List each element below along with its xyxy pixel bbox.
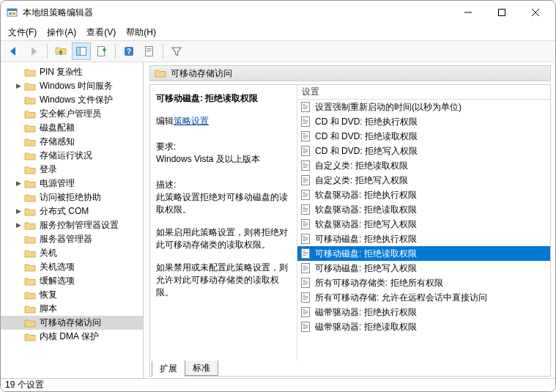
folder-icon <box>24 67 36 78</box>
content-header: 可移动存储访问 <box>149 65 551 81</box>
setting-row[interactable]: 磁带驱动器: 拒绝执行权限 <box>297 305 550 319</box>
setting-row[interactable]: 设置强制重新启动的时间(以秒为单位) <box>297 100 550 114</box>
tree-item[interactable]: ▶Windows 时间服务 <box>1 79 143 93</box>
toolbar-sep <box>115 44 116 59</box>
tree-item[interactable]: 访问被拒绝协助 <box>1 191 143 204</box>
tree-item-label: 电源管理 <box>40 177 75 190</box>
menu-bar: 文件(F) 操作(A) 查看(V) 帮助(H) <box>1 24 555 40</box>
setting-label: 可移动磁盘: 拒绝写入权限 <box>315 262 417 275</box>
setting-list[interactable]: 设置强制重新启动的时间(以秒为单位)CD 和 DVD: 拒绝执行权限CD 和 D… <box>297 100 550 360</box>
folder-icon <box>24 123 36 133</box>
toolbar-sep <box>47 44 48 59</box>
tree-item[interactable]: 存储感知 <box>1 135 143 149</box>
selected-policy-title: 可移动磁盘: 拒绝读取权限 <box>156 92 291 105</box>
tab-standard[interactable]: 标准 <box>185 360 218 376</box>
expander-icon[interactable]: ▶ <box>14 221 23 230</box>
tree-item[interactable]: ▶服务控制管理器设置 <box>1 218 143 232</box>
up-button[interactable] <box>51 42 70 60</box>
setting-row[interactable]: 软盘驱动器: 拒绝读取权限 <box>297 202 550 217</box>
tree-item[interactable]: ▶电源管理 <box>1 177 143 191</box>
setting-row[interactable]: 所有可移动存储类: 拒绝所有权限 <box>297 275 550 290</box>
setting-label: 设置强制重新启动的时间(以秒为单位) <box>315 101 462 114</box>
close-button[interactable] <box>519 1 552 23</box>
tree-pane[interactable]: PIN 复杂性▶Windows 时间服务Windows 文件保护安全帐户管理员磁… <box>1 62 144 378</box>
expander-icon[interactable]: ▶ <box>14 82 23 91</box>
back-button[interactable] <box>4 42 23 60</box>
tree-item[interactable]: 内核 DMA 保护 <box>1 330 143 344</box>
window: 本地组策略编辑器 文件(F) 操作(A) 查看(V) 帮助(H) ? PIN 复… <box>0 0 556 392</box>
tree-item-label: Windows 时间服务 <box>40 80 113 92</box>
setting-row[interactable]: 软盘驱动器: 拒绝执行权限 <box>297 188 550 202</box>
folder-icon <box>24 234 36 245</box>
content-pane: 可移动存储访问 可移动磁盘: 拒绝读取权限 编辑策略设置 要求: Windows… <box>144 62 555 378</box>
properties-button[interactable] <box>140 42 159 60</box>
setting-row[interactable]: 所有可移动存储: 允许在远程会话中直接访问 <box>297 290 550 305</box>
tree-item[interactable]: 关机选项 <box>1 260 143 274</box>
setting-label: 软盘驱动器: 拒绝执行权限 <box>315 189 417 201</box>
expander-icon[interactable]: ▶ <box>14 180 23 188</box>
description-p1: 此策略设置拒绝对可移动磁盘的读取权限。 <box>156 191 291 216</box>
title-bar: 本地组策略编辑器 <box>1 1 555 24</box>
tree-item[interactable]: 可移动存储访问 <box>1 316 143 330</box>
svg-rect-16 <box>147 48 152 49</box>
tree-item-label: 磁盘配额 <box>40 122 75 134</box>
tree-item[interactable]: 缓解选项 <box>1 274 143 288</box>
tree-item[interactable]: 安全帐户管理员 <box>1 107 143 121</box>
forward-button[interactable] <box>24 42 43 60</box>
tree-item[interactable]: 关机 <box>1 246 143 260</box>
setting-row[interactable]: CD 和 DVD: 拒绝读取权限 <box>297 129 550 144</box>
setting-list-column: 设置 设置强制重新启动的时间(以秒为单位)CD 和 DVD: 拒绝执行权限CD … <box>297 85 550 360</box>
filter-button[interactable] <box>167 42 186 60</box>
tree-item[interactable]: Windows 文件保护 <box>1 93 143 107</box>
show-tree-button[interactable] <box>72 42 91 60</box>
setting-label: 所有可移动存储: 允许在远程会话中直接访问 <box>315 292 487 304</box>
maximize-button[interactable] <box>485 1 519 23</box>
setting-list-header[interactable]: 设置 <box>297 85 550 100</box>
tree-item[interactable]: 登录 <box>1 163 143 177</box>
setting-row[interactable]: 软盘驱动器: 拒绝写入权限 <box>297 217 550 232</box>
setting-row[interactable]: CD 和 DVD: 拒绝写入权限 <box>297 144 550 158</box>
folder-icon <box>24 276 36 286</box>
help-button[interactable]: ? <box>119 42 138 60</box>
setting-row[interactable]: 可移动磁盘: 拒绝读取权限 <box>297 246 550 261</box>
tree-item[interactable]: 存储运行状况 <box>1 149 143 163</box>
tree-item-label: 访问被拒绝协助 <box>40 191 101 204</box>
setting-row[interactable]: 可移动磁盘: 拒绝写入权限 <box>297 261 550 275</box>
edit-policy-link[interactable]: 策略设置 <box>174 116 209 126</box>
setting-icon <box>300 262 312 274</box>
setting-icon <box>300 277 312 289</box>
tree-item-label: 分布式 COM <box>40 205 89 218</box>
svg-rect-17 <box>147 50 152 51</box>
tree-item-label: 恢复 <box>40 289 57 301</box>
export-button[interactable] <box>92 42 111 60</box>
folder-icon <box>24 179 36 189</box>
tree-item[interactable]: 磁盘配额 <box>1 121 143 135</box>
folder-icon <box>24 332 36 342</box>
tree-item[interactable]: PIN 复杂性 <box>1 65 143 79</box>
setting-row[interactable]: 自定义类: 拒绝读取权限 <box>297 158 550 173</box>
expander-icon[interactable]: ▶ <box>14 207 23 216</box>
minimize-button[interactable] <box>451 1 485 23</box>
setting-row[interactable]: 可移动磁盘: 拒绝执行权限 <box>297 232 550 246</box>
tree-item[interactable]: ▶分布式 COM <box>1 204 143 218</box>
tab-extended[interactable]: 扩展 <box>152 361 185 377</box>
tree-item[interactable]: 脚本 <box>1 302 143 316</box>
menu-action[interactable]: 操作(A) <box>47 26 76 39</box>
menu-file[interactable]: 文件(F) <box>8 26 37 39</box>
folder-icon <box>24 318 36 328</box>
folder-icon <box>24 221 36 231</box>
setting-row[interactable]: 磁带驱动器: 拒绝读取权限 <box>297 319 550 334</box>
folder-icon <box>24 207 36 217</box>
folder-icon <box>24 81 36 92</box>
toolbar: ? <box>1 40 555 62</box>
menu-view[interactable]: 查看(V) <box>86 26 116 39</box>
setting-row[interactable]: CD 和 DVD: 拒绝执行权限 <box>297 114 550 129</box>
tree-item[interactable]: 恢复 <box>1 288 143 302</box>
menu-help[interactable]: 帮助(H) <box>126 26 156 39</box>
setting-row[interactable]: 自定义类: 拒绝写入权限 <box>297 173 550 188</box>
svg-rect-12 <box>98 47 105 56</box>
tree-item[interactable]: 服务器管理器 <box>1 232 143 246</box>
edit-policy-link-row: 编辑策略设置 <box>156 115 291 127</box>
folder-icon <box>155 68 166 78</box>
folder-icon <box>24 193 36 203</box>
